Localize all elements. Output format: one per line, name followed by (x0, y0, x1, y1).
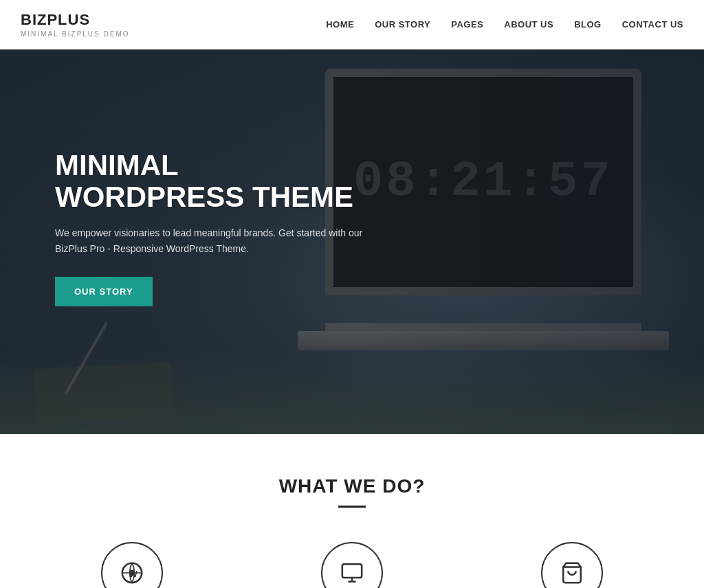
nav-home[interactable]: HOME (326, 16, 354, 33)
svg-rect-3 (342, 564, 362, 578)
nav-pages[interactable]: PAGES (451, 16, 483, 33)
hero-content: MINIMAL WORDPRESS THEME We empower visio… (55, 150, 371, 306)
wordpress-card: W WORDPRESS WordPress is a web applicati… (22, 542, 242, 588)
site-header: BIZPLUS MINIMAL BIZPLUS DEMO HOME OUR ST… (0, 0, 704, 49)
cards-row: W WORDPRESS WordPress is a web applicati… (22, 542, 682, 588)
monitor-icon (340, 561, 364, 585)
cart-icon (560, 561, 584, 585)
nav-contact-us[interactable]: CONTACT US (622, 16, 683, 33)
wordpress-icon: W (120, 561, 144, 585)
webdev-icon-circle (321, 542, 383, 588)
hero-subtitle: We empower visionaries to lead meaningfu… (55, 225, 371, 256)
hero-section: 08:21:57 MINIMAL WORDPRESS THEME We empo… (0, 49, 704, 434)
woocommerce-icon-circle (541, 542, 603, 588)
section-divider (338, 506, 366, 508)
wordpress-icon-circle: W (101, 542, 163, 588)
main-nav: HOME OUR STORY PAGES ABOUT US BLOG CONTA… (326, 16, 683, 33)
hero-title: MINIMAL WORDPRESS THEME (55, 150, 371, 213)
brand-subtitle: MINIMAL BIZPLUS DEMO (21, 30, 130, 38)
nav-our-story[interactable]: OUR STORY (375, 16, 430, 33)
nav-about-us[interactable]: ABOUT US (504, 16, 553, 33)
what-we-do-section: WHAT WE DO? W WORDPRESS WordPress is a w… (0, 434, 704, 588)
desk-notebook (34, 362, 174, 424)
brand-logo: BIZPLUS MINIMAL BIZPLUS DEMO (21, 11, 130, 38)
svg-text:W: W (129, 569, 138, 579)
nav-blog[interactable]: BLOG (574, 16, 602, 33)
woocommerce-card: WOOCOMMERCE WooCommerce is a free ecomme… (462, 542, 682, 588)
brand-name: BIZPLUS (21, 11, 130, 29)
webdev-card: WEB DEVELOMPMENT To change your life on … (242, 542, 462, 588)
section-title: WHAT WE DO? (21, 475, 683, 497)
hero-cta-button[interactable]: OUR STORY (55, 277, 153, 306)
